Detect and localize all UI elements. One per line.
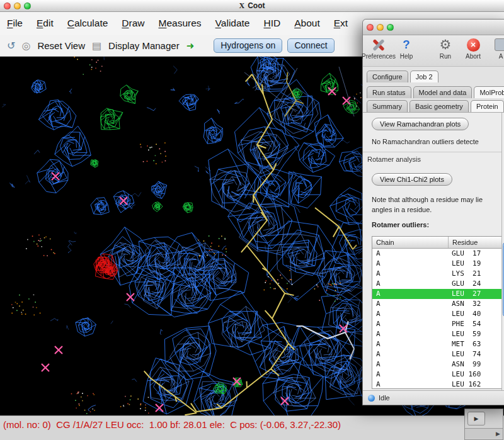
cell-residue: LEU 40 <box>448 309 501 319</box>
tab-job-2[interactable]: Job 2 <box>410 71 438 82</box>
view-ramachandran-plots-button[interactable]: View Ramachandran plots <box>372 118 469 130</box>
table-row[interactable]: AGLU 24 <box>372 279 501 289</box>
ramachandran-result-text: No Ramachandran outliers detecte <box>372 138 479 145</box>
table-row[interactable]: AGLU 17 <box>372 249 501 259</box>
menu-about[interactable]: About <box>287 18 327 29</box>
dialog-vertical-scrollbar[interactable] <box>501 113 504 390</box>
tab-basic-geometry[interactable]: Basic geometry <box>410 100 469 112</box>
cell-chain: A <box>372 259 448 269</box>
cell-residue: ASN 99 <box>448 359 501 369</box>
dialog-statusbar: Idle <box>363 390 504 405</box>
rotamer-outliers-table: Chain Residue AGLU 17ALEU 19ALYS 21AGLU … <box>372 236 502 389</box>
menu-hid[interactable]: HID <box>257 18 288 29</box>
cell-residue: LEU 19 <box>448 259 501 269</box>
abort-button[interactable]: ✕Abort <box>462 37 484 60</box>
connect-button[interactable]: Connect <box>287 38 334 53</box>
display-manager-button[interactable]: Display Manager <box>108 40 180 51</box>
cell-chain: A <box>372 319 448 329</box>
cell-residue: LEU 59 <box>448 329 501 339</box>
cell-residue: PHE 54 <box>448 319 501 329</box>
main-titlebar[interactable]: XCoot <box>0 0 504 12</box>
table-row[interactable]: ALEU 27 <box>372 289 501 299</box>
preferences-button[interactable]: Preferences <box>368 37 389 60</box>
protein-tab-content: View Ramachandran plots No Ramachandran … <box>363 112 504 390</box>
scroll-corner: ▶ ▶ <box>464 409 503 440</box>
column-header-chain[interactable]: Chain <box>372 237 448 248</box>
dialog-status-text: Idle <box>379 394 390 402</box>
menu-file[interactable]: File <box>0 18 30 29</box>
recenter-icon[interactable]: ◎ <box>21 40 30 52</box>
partial-icon <box>495 37 504 52</box>
cell-residue: GLU 17 <box>448 249 501 259</box>
table-row[interactable]: AASN 32 <box>372 299 501 309</box>
cell-chain: A <box>372 279 448 289</box>
preferences-icon <box>371 37 386 52</box>
help-button[interactable]: ?Help <box>396 37 417 60</box>
cell-residue: ASN 32 <box>448 299 501 309</box>
cell-chain: A <box>372 339 448 349</box>
molprobity-dialog: Preferences?Help⚙Run✕AbortA ConfigureJob… <box>362 19 504 405</box>
table-row[interactable]: AASN 99 <box>372 359 501 369</box>
table-row[interactable]: ALEU 59 <box>372 329 501 339</box>
tabrow-data: Run statusModel and dataMolProbit <box>363 86 504 98</box>
table-row[interactable]: ALEU 74 <box>372 349 501 359</box>
window-title-area: XCoot <box>0 1 504 11</box>
go-arrow-icon[interactable]: ➜ <box>186 40 195 52</box>
abort-icon: ✕ <box>467 37 480 52</box>
cell-chain: A <box>372 359 448 369</box>
dialog-titlebar[interactable] <box>363 20 504 35</box>
cell-chain: A <box>372 349 448 359</box>
table-row[interactable]: ALEU 19 <box>372 259 501 269</box>
tabrow-validation: SummaryBasic geometryProteinC <box>363 100 504 112</box>
cell-chain: A <box>372 380 448 389</box>
table-row[interactable]: APHE 54 <box>372 319 501 329</box>
x11-app-icon: X <box>239 1 245 10</box>
menu-draw[interactable]: Draw <box>115 18 151 29</box>
cell-chain: A <box>372 299 448 309</box>
menu-ext[interactable]: Ext <box>327 18 355 29</box>
dialog-toolbar: Preferences?Help⚙Run✕AbortA <box>363 35 504 67</box>
cell-chain: A <box>372 309 448 319</box>
table-row[interactable]: ALEU 40 <box>372 309 501 319</box>
help-icon: ? <box>403 37 410 52</box>
horizontal-scrollbar[interactable]: ▶ <box>465 428 503 439</box>
menu-validate[interactable]: Validate <box>209 18 257 29</box>
scroll-arrow-icon: ▶ <box>496 431 500 437</box>
tab-run-status[interactable]: Run status <box>367 86 411 98</box>
window-title: Coot <box>248 1 265 10</box>
table-row[interactable]: ALEU 160 <box>372 369 501 380</box>
table-header[interactable]: Chain Residue <box>372 237 501 249</box>
reset-view-button[interactable]: Reset View <box>37 40 85 51</box>
view-chi1-chi2-plots-button[interactable]: View Chi1-Chi2 plots <box>372 173 452 186</box>
run-button[interactable]: ⚙Run <box>435 37 456 60</box>
menu-edit[interactable]: Edit <box>30 18 60 29</box>
tab-configure[interactable]: Configure <box>367 71 408 82</box>
a-button[interactable]: A <box>490 37 504 60</box>
tool-label: Preferences <box>362 53 396 60</box>
tab-model-and-data[interactable]: Model and data <box>413 86 472 98</box>
menu-measures[interactable]: Measures <box>152 18 209 29</box>
tab-protein[interactable]: Protein <box>471 100 504 112</box>
table-row[interactable]: ALEU 162 <box>372 380 501 389</box>
reset-view-icon[interactable]: ↺ <box>7 40 15 52</box>
table-row[interactable]: AMET 63 <box>372 339 501 349</box>
dialog-zoom-button[interactable] <box>387 24 394 31</box>
dialog-close-button[interactable] <box>367 24 374 31</box>
scroll-right-button[interactable]: ▶ <box>467 412 485 426</box>
table-row[interactable]: ALYS 21 <box>372 269 501 279</box>
tab-molprobit[interactable]: MolProbit <box>474 86 504 98</box>
tool-label: Help <box>400 53 413 60</box>
tool-label: A <box>499 53 503 60</box>
tool-label: Abort <box>466 53 481 60</box>
hydrogens-toggle-button[interactable]: Hydrogens on <box>214 38 282 53</box>
cell-residue: LEU 27 <box>448 289 501 299</box>
menu-calculate[interactable]: Calculate <box>60 18 115 29</box>
rotamer-analysis-label: Rotamer analysis <box>367 155 421 163</box>
display-manager-icon[interactable]: ▤ <box>92 40 101 52</box>
tab-summary[interactable]: Summary <box>367 100 408 112</box>
cell-chain: A <box>372 329 448 339</box>
rotamer-note-line2: angles in a residue. <box>372 206 432 213</box>
dialog-minimize-button[interactable] <box>377 24 384 31</box>
column-header-residue[interactable]: Residue <box>448 237 501 248</box>
status-indicator-icon <box>368 395 375 402</box>
